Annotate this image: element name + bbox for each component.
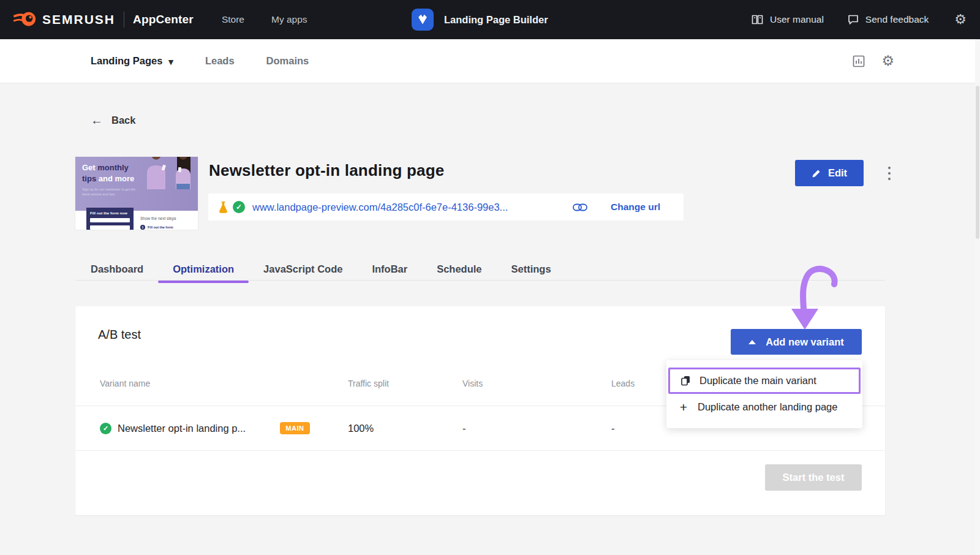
suite-name: AppCenter bbox=[133, 13, 194, 26]
variant-name: Newsletter opt-in landing p... bbox=[118, 423, 246, 434]
thumbnail-hero: Get monthly tips and more Sign up for ou… bbox=[75, 157, 198, 211]
col-traffic-split: Traffic split bbox=[348, 379, 462, 388]
book-icon bbox=[751, 13, 764, 26]
change-url-button[interactable]: Change url bbox=[611, 202, 660, 213]
back-arrow-icon: ← bbox=[91, 113, 103, 127]
edit-label: Edit bbox=[828, 167, 847, 179]
add-new-variant-button[interactable]: Add new variant bbox=[731, 329, 862, 355]
topbar-actions: User manual Send feedback ⚙ bbox=[751, 0, 967, 39]
tab-optimization-label: Optimization bbox=[173, 263, 234, 274]
form-input bbox=[90, 225, 130, 230]
url-bar: ✓ www.landpage-preview.com/4a285c0f-6e7e… bbox=[208, 194, 684, 221]
topbar-nav: Store My apps bbox=[222, 14, 307, 25]
app-name: Landing Page Builder bbox=[444, 14, 548, 26]
thumbnail-subtext: Sign up for our newsletter to get the la… bbox=[82, 187, 138, 197]
subnav-domains[interactable]: Domains bbox=[266, 55, 309, 67]
landing-page-builder-screen: SEMRUSH AppCenter Store My apps Landing … bbox=[0, 0, 980, 555]
form-title: Fill out the form now bbox=[90, 211, 130, 215]
more-options-kebab[interactable] bbox=[884, 165, 895, 181]
page-tabs: Dashboard Optimization JavaScript Code I… bbox=[76, 257, 566, 281]
topbar-gear-icon[interactable]: ⚙ bbox=[954, 13, 967, 26]
chevron-down-icon: ▾ bbox=[168, 57, 173, 66]
step-item: 1 Fill out the form bbox=[140, 225, 176, 230]
menu-item-label: Duplicate another landing page bbox=[698, 401, 837, 413]
back-link[interactable]: ← Back bbox=[91, 113, 135, 127]
ab-test-heading: A/B test bbox=[98, 328, 141, 342]
thumbnail-form-card: Fill out the form now bbox=[86, 208, 134, 230]
subnav-items: Landing Pages ▾ Leads Domains bbox=[91, 55, 309, 67]
menu-item-duplicate-another-page[interactable]: + Duplicate another landing page bbox=[666, 394, 862, 420]
top-bar: SEMRUSH AppCenter Store My apps Landing … bbox=[0, 0, 980, 39]
page-title: Newsletter opt-in landing page bbox=[209, 161, 444, 180]
semrush-brand[interactable]: SEMRUSH AppCenter bbox=[13, 9, 194, 30]
nav-my-apps[interactable]: My apps bbox=[271, 14, 307, 25]
variant-name-cell: ✓ Newsletter opt-in landing p... MAIN bbox=[100, 422, 348, 434]
active-tab-underline bbox=[158, 281, 249, 283]
analytics-chart-icon[interactable] bbox=[852, 55, 865, 68]
chevron-up-icon bbox=[748, 340, 756, 344]
scrollbar-thumb[interactable] bbox=[976, 86, 979, 239]
col-visits: Visits bbox=[462, 379, 611, 388]
app-sub-nav: Landing Pages ▾ Leads Domains ⚙ bbox=[0, 39, 980, 83]
brand-divider bbox=[124, 12, 124, 28]
current-app: Landing Page Builder bbox=[412, 0, 548, 39]
settings-gear-icon[interactable]: ⚙ bbox=[881, 54, 894, 68]
start-the-test-button[interactable]: Start the test bbox=[765, 464, 862, 491]
scrollbar-track bbox=[975, 39, 980, 555]
landing-pages-label: Landing Pages bbox=[91, 55, 162, 67]
pencil-icon bbox=[812, 168, 821, 178]
step-label: Fill out the form bbox=[148, 225, 173, 229]
user-manual-link[interactable]: User manual bbox=[751, 13, 824, 26]
steps-title: Show the next steps bbox=[140, 216, 176, 221]
row-divider bbox=[75, 450, 885, 451]
status-check-icon: ✓ bbox=[233, 201, 245, 213]
feedback-bubble-icon bbox=[847, 13, 859, 26]
nav-store[interactable]: Store bbox=[222, 14, 244, 25]
tab-optimization[interactable]: Optimization bbox=[158, 257, 249, 281]
send-feedback-link[interactable]: Send feedback bbox=[847, 13, 929, 26]
tab-infobar[interactable]: InfoBar bbox=[357, 257, 422, 281]
plus-icon: + bbox=[677, 401, 690, 413]
tabs-divider bbox=[75, 280, 885, 281]
semrush-logo-icon bbox=[13, 9, 37, 30]
step-number: 1 bbox=[140, 225, 145, 230]
edit-button[interactable]: Edit bbox=[795, 160, 864, 186]
menu-item-label: Duplicate the main variant bbox=[699, 375, 816, 387]
back-label: Back bbox=[111, 115, 135, 126]
people-illustration bbox=[138, 157, 197, 192]
main-badge: MAIN bbox=[280, 422, 310, 434]
subnav-landing-pages[interactable]: Landing Pages ▾ bbox=[91, 55, 173, 67]
add-variant-dropdown: Duplicate the main variant + Duplicate a… bbox=[666, 360, 862, 428]
subnav-icons: ⚙ bbox=[852, 54, 894, 68]
tab-settings[interactable]: Settings bbox=[497, 257, 566, 281]
preview-url-link[interactable]: www.landpage-preview.com/4a285c0f-6e7e-4… bbox=[252, 202, 508, 213]
add-variant-label: Add new variant bbox=[766, 336, 843, 348]
tab-dashboard[interactable]: Dashboard bbox=[76, 257, 158, 281]
user-manual-label: User manual bbox=[770, 14, 824, 25]
traffic-split-value: 100% bbox=[348, 423, 462, 434]
flask-icon bbox=[217, 201, 229, 214]
send-feedback-label: Send feedback bbox=[865, 14, 929, 25]
thumbnail-steps: Show the next steps 1 Fill out the form bbox=[140, 216, 176, 230]
thumbnail-heading: Get monthly tips and more bbox=[82, 162, 134, 184]
copy-link-icon[interactable] bbox=[573, 203, 587, 211]
duplicate-icon bbox=[679, 375, 692, 387]
visits-value: - bbox=[462, 423, 611, 434]
tab-javascript-code[interactable]: JavaScript Code bbox=[249, 257, 357, 281]
tab-schedule[interactable]: Schedule bbox=[422, 257, 496, 281]
col-variant-name: Variant name bbox=[100, 379, 348, 388]
landing-page-thumbnail: Get monthly tips and more Sign up for ou… bbox=[75, 157, 198, 230]
published-check-icon: ✓ bbox=[100, 423, 111, 434]
menu-item-duplicate-main-variant[interactable]: Duplicate the main variant bbox=[668, 368, 861, 394]
form-input bbox=[90, 218, 130, 222]
brand-name: SEMRUSH bbox=[42, 12, 115, 27]
landing-page-builder-icon bbox=[412, 9, 434, 31]
subnav-leads[interactable]: Leads bbox=[205, 55, 235, 67]
